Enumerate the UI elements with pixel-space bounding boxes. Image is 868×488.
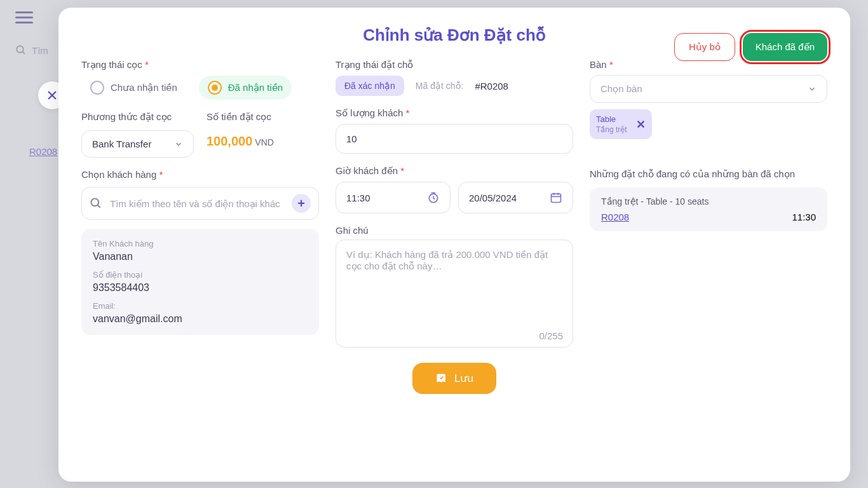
char-count: 0/255 [539,330,563,341]
customer-select-label: Chọn khách hàng * [81,169,319,180]
edit-reservation-modal: Chỉnh sửa Đơn Đặt chỗ Hủy bỏ Khách đã đế… [58,8,850,482]
save-icon [435,372,448,385]
svg-line-5 [98,205,100,208]
guest-arrived-button[interactable]: Khách đã đến [743,33,827,61]
arrival-time-label: Giờ khách đến * [336,165,573,177]
chip-table-name: Table [596,114,627,124]
chevron-down-icon [174,140,183,149]
close-icon [46,90,58,101]
arrival-time-input[interactable]: 11:30 [336,182,451,214]
customer-phone-label: Số điện thoại [93,270,308,280]
existing-reservations-label: Những đặt chỗ đang có của những bàn đã c… [590,168,827,180]
radio-deposit-unreceived[interactable]: Chưa nhận tiền [81,76,186,100]
deposit-method-label: Phương thức đặt cọc [81,111,194,123]
customer-card: Tên Khách hàng Vananan Số điện thoại 935… [81,229,319,335]
reservation-code-label: Mã đặt chỗ: [416,81,464,91]
customer-search-field[interactable]: + [81,187,319,220]
customer-phone-value: 9353584403 [93,282,308,294]
svg-point-4 [92,199,99,207]
radio-deposit-received[interactable]: Đã nhận tiền [199,76,292,100]
reservation-code-value: #R0208 [475,81,508,92]
svg-line-8 [433,198,435,200]
customer-email-value: vanvan@gmail.com [93,313,308,325]
note-label: Ghi chú [336,225,573,236]
table-chip: Table Tầng trệt ✕ [590,109,652,139]
existing-reservation-link[interactable]: R0208 [601,212,629,222]
chip-table-floor: Tầng trệt [596,125,627,134]
arrival-date-input[interactable]: 20/05/2024 [458,182,573,214]
table-select[interactable]: Chọn bàn [590,75,827,103]
existing-reservation-time: 11:30 [792,212,816,222]
existing-reservation-card: Tầng trệt - Table - 10 seats R0208 11:30 [590,187,827,231]
deposit-amount-label: Số tiền đặt cọc [207,111,319,123]
deposit-status-label: Trạng thái cọc * [81,59,319,71]
clock-icon [427,191,440,204]
existing-table-title: Tầng trệt - Table - 10 seats [601,196,816,207]
calendar-icon [550,191,562,204]
deposit-amount-value: 100,000VND [207,134,319,149]
deposit-method-select[interactable]: Bank Transfer [81,130,194,158]
guest-count-input[interactable]: 10 [336,124,573,154]
customer-email-label: Email: [93,301,308,311]
chip-remove-button[interactable]: ✕ [636,118,646,132]
radio-icon [90,81,104,95]
search-icon [90,197,102,210]
reservation-status-label: Trạng thái đặt chỗ [336,59,573,71]
cancel-button[interactable]: Hủy bỏ [674,33,735,61]
save-button[interactable]: Lưu [412,363,496,394]
add-customer-button[interactable]: + [292,194,311,213]
status-badge: Đã xác nhận [336,76,404,96]
note-textarea[interactable] [336,240,573,348]
customer-name-value: Vananan [93,251,308,262]
svg-rect-10 [552,194,561,202]
chevron-down-icon [808,85,817,93]
radio-icon [208,81,222,95]
customer-name-label: Tên Khách hàng [93,239,308,248]
guest-count-label: Số lượng khách * [336,107,573,119]
customer-search-input[interactable] [109,198,285,210]
